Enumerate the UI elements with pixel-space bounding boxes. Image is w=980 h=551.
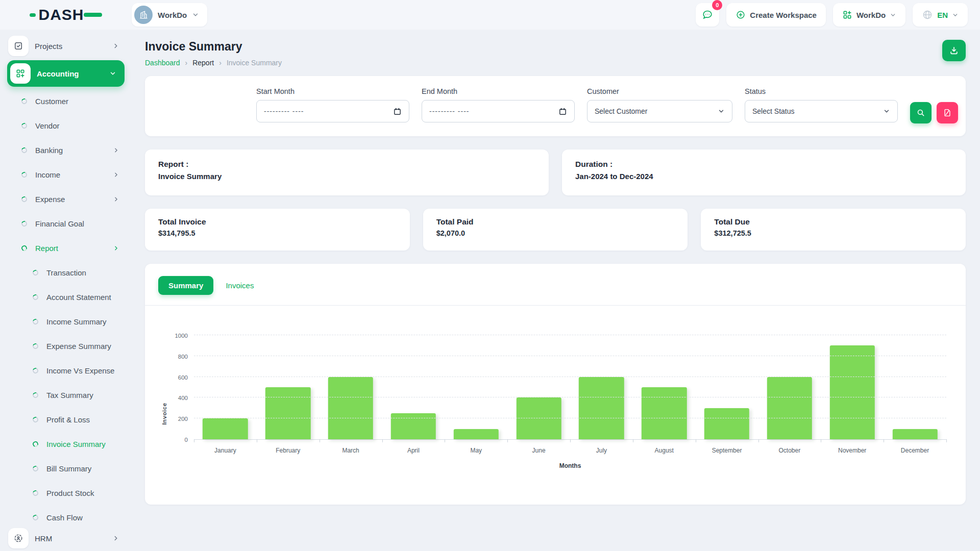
bullet-icon — [32, 514, 39, 521]
bullet-icon — [20, 244, 28, 252]
chevron-down-icon — [952, 12, 959, 18]
sidebar-item-income[interactable]: Income — [0, 162, 132, 187]
start-month-input[interactable]: --------- ---- — [256, 100, 409, 122]
sidebar-item-report[interactable]: Report — [0, 236, 132, 260]
sidebar-item-product-stock[interactable]: Product Stock — [0, 481, 132, 505]
sidebar-item-label: Cash Flow — [46, 513, 83, 522]
chart-gridline — [194, 377, 946, 377]
end-month-placeholder: --------- ---- — [429, 107, 558, 115]
app-logo[interactable]: DASH — [0, 7, 132, 22]
sidebar-item-label: Profit & Loss — [46, 415, 90, 424]
sidebar-item-label: Accounting — [37, 69, 79, 78]
x-axis-tick — [633, 439, 633, 442]
sidebar-item-invoice-summary[interactable]: Invoice Summary — [0, 432, 132, 456]
reset-filter-button[interactable] — [937, 102, 958, 123]
sidebar-item-accounting[interactable]: Accounting — [7, 60, 125, 87]
bullet-icon — [32, 318, 39, 325]
globe-icon — [922, 9, 933, 20]
x-axis-tick-label: March — [320, 447, 382, 454]
messages-badge: 0 — [712, 0, 722, 10]
bullet-icon — [32, 269, 39, 277]
x-axis-tick-label: June — [507, 447, 570, 454]
status-select[interactable]: Select Status — [745, 100, 898, 122]
start-month-placeholder: --------- ---- — [264, 107, 393, 115]
x-axis-tick — [445, 439, 445, 442]
end-month-input[interactable]: --------- ---- — [422, 100, 575, 122]
sidebar-item-projects[interactable]: Projects — [7, 34, 125, 58]
workspace-switcher[interactable]: WorkDo — [132, 3, 207, 27]
y-axis-tick-label: 400 — [166, 395, 188, 401]
chart-bar — [642, 387, 687, 439]
total-due-value: $312,725.5 — [714, 229, 952, 237]
workdo-menu-button[interactable]: WorkDo — [833, 3, 905, 27]
bullet-icon — [20, 122, 28, 130]
bullet-icon — [32, 440, 39, 448]
chat-bubble-icon — [701, 9, 714, 21]
download-button[interactable] — [942, 40, 966, 61]
x-axis-tick — [320, 439, 320, 442]
logo-dash-icon — [30, 13, 36, 17]
sidebar-item-expense[interactable]: Expense — [0, 187, 132, 211]
start-month-field: Start Month --------- ---- — [256, 87, 409, 125]
bullet-icon — [20, 171, 28, 179]
chart-bar-slot — [821, 335, 884, 439]
duration-value: Jan-2024 to Dec-2024 — [575, 172, 952, 181]
x-axis-tick — [884, 439, 884, 442]
sidebar-item-customer[interactable]: Customer — [0, 89, 132, 113]
bullet-icon — [32, 293, 39, 301]
sidebar-item-bill-summary[interactable]: Bill Summary — [0, 456, 132, 481]
checkbox-icon — [8, 36, 29, 56]
sidebar-item-income-summary[interactable]: Income Summary — [0, 309, 132, 334]
chevron-down-icon — [109, 70, 116, 77]
x-axis-tick — [382, 439, 383, 442]
tab-summary[interactable]: Summary — [158, 276, 213, 295]
sidebar-item-account-statement[interactable]: Account Statement — [0, 285, 132, 309]
search-button[interactable] — [910, 102, 932, 123]
sidebar-item-vendor[interactable]: Vendor — [0, 113, 132, 138]
chart-bar-slot — [696, 335, 758, 439]
create-workspace-button[interactable]: Create Workspace — [726, 3, 826, 27]
total-paid-card: Total Paid $2,070.0 — [423, 209, 688, 251]
sidebar-item-label: Transaction — [46, 268, 86, 277]
bullet-icon — [20, 220, 28, 228]
chart-bar-slot — [507, 335, 570, 439]
sidebar-item-transaction[interactable]: Transaction — [0, 260, 132, 285]
sidebar-item-income-vs-expense[interactable]: Income Vs Expense — [0, 358, 132, 383]
breadcrumb-report-link[interactable]: Report — [192, 59, 214, 67]
sidebar-item-label: Invoice Summary — [46, 440, 106, 448]
search-icon — [916, 108, 925, 117]
sidebar-item-hrm[interactable]: HRM — [7, 525, 125, 551]
chart-bar — [265, 387, 310, 439]
x-axis-tick — [507, 439, 508, 442]
sidebar-item-label: HRM — [35, 534, 52, 543]
sidebar-item-expense-summary[interactable]: Expense Summary — [0, 334, 132, 358]
total-paid-label: Total Paid — [436, 217, 675, 227]
sidebar-item-tax-summary[interactable]: Tax Summary — [0, 383, 132, 407]
customer-select[interactable]: Select Customer — [587, 100, 732, 122]
bullet-icon — [32, 367, 39, 374]
chart-bar-slot — [758, 335, 821, 439]
sidebar-item-financial-goal[interactable]: Financial Goal — [0, 211, 132, 236]
grid-plus-icon — [842, 10, 852, 20]
messages-button[interactable]: 0 — [696, 3, 719, 27]
bullet-icon — [32, 465, 39, 472]
duration-card: Duration : Jan-2024 to Dec-2024 — [562, 149, 966, 195]
bullet-icon — [20, 195, 28, 203]
breadcrumb-dashboard-link[interactable]: Dashboard — [145, 59, 180, 67]
tab-invoices[interactable]: Invoices — [218, 276, 261, 295]
language-selector[interactable]: EN — [913, 3, 968, 27]
sidebar-item-profit-loss[interactable]: Profit & Loss — [0, 407, 132, 432]
total-due-card: Total Due $312,725.5 — [701, 209, 966, 251]
logo-dash-icon — [84, 13, 102, 17]
sidebar-item-banking[interactable]: Banking — [0, 138, 132, 162]
chart-gridline — [194, 335, 946, 335]
sidebar-item-label: Customer — [35, 97, 68, 106]
chart-gridline — [194, 356, 946, 356]
bullet-icon — [20, 97, 28, 105]
chart-bar — [767, 377, 812, 439]
x-axis-tick-label: July — [570, 447, 633, 454]
bullet-icon — [32, 391, 39, 399]
total-invoice-card: Total Invoice $314,795.5 — [145, 209, 410, 251]
bullet-icon — [32, 342, 39, 350]
sidebar-item-label: Bill Summary — [46, 464, 91, 473]
